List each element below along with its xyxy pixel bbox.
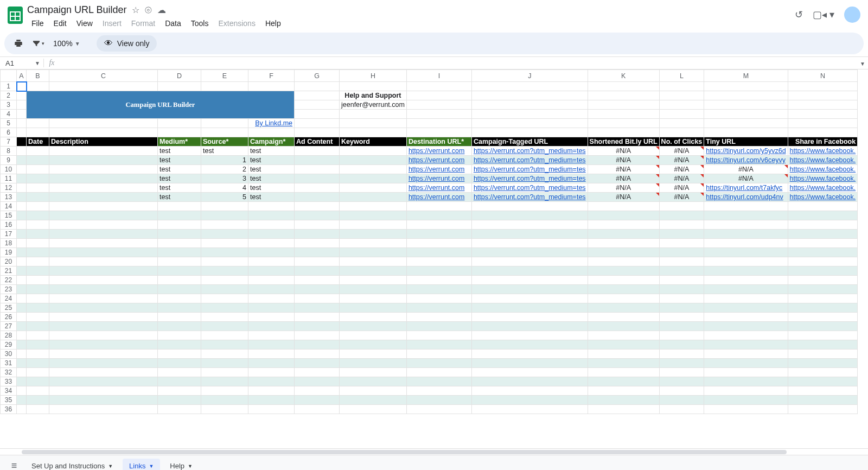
cell[interactable]: 4 (201, 183, 248, 193)
cell[interactable] (295, 276, 340, 285)
row-header-25[interactable]: 25 (1, 303, 17, 313)
cell[interactable] (471, 396, 588, 405)
cell[interactable] (17, 396, 27, 405)
cell[interactable] (588, 294, 659, 303)
cell-bitly[interactable]: #N/A (588, 193, 659, 202)
row-header-33[interactable]: 33 (1, 377, 17, 386)
cell[interactable] (788, 276, 858, 285)
cell-dest[interactable]: https://verrunt.com (406, 156, 471, 165)
cell[interactable] (588, 359, 659, 368)
cell[interactable] (704, 294, 788, 303)
cell[interactable] (17, 368, 27, 377)
cell[interactable] (295, 405, 340, 414)
cell[interactable] (340, 248, 407, 257)
cell[interactable] (17, 174, 27, 183)
cell[interactable] (248, 266, 295, 276)
cell[interactable] (49, 294, 158, 303)
cell[interactable] (704, 386, 788, 396)
cell[interactable] (49, 359, 158, 368)
row-header-8[interactable]: 8 (1, 147, 17, 156)
cell[interactable] (704, 248, 788, 257)
cell[interactable] (471, 377, 588, 386)
cell[interactable] (201, 248, 248, 257)
cell[interactable] (158, 405, 201, 414)
cell[interactable]: test (248, 156, 295, 165)
sheet-tab-links[interactable]: Links ▼ (123, 459, 160, 470)
cell[interactable] (49, 165, 158, 174)
cell[interactable] (659, 285, 704, 294)
cell[interactable] (788, 340, 858, 350)
menu-format[interactable]: Format (127, 18, 159, 29)
document-title[interactable]: Campaign URL Builder (27, 4, 126, 16)
col-header-H[interactable]: H (340, 70, 407, 82)
cell[interactable] (158, 377, 201, 386)
col-header-K[interactable]: K (588, 70, 659, 82)
cell[interactable] (49, 220, 158, 230)
menu-view[interactable]: View (72, 18, 97, 29)
col-header-A[interactable]: A (17, 70, 27, 82)
cell[interactable]: 1 (201, 156, 248, 165)
cell[interactable] (295, 202, 340, 211)
cell[interactable] (295, 322, 340, 331)
cell[interactable] (659, 266, 704, 276)
cell[interactable] (788, 230, 858, 239)
cell-bitly[interactable]: #N/A (588, 147, 659, 156)
sheets-app-icon[interactable] (4, 4, 26, 26)
cell[interactable] (406, 331, 471, 340)
cell[interactable] (158, 266, 201, 276)
cell[interactable] (17, 257, 27, 266)
cell[interactable] (17, 331, 27, 340)
cell[interactable]: test (248, 193, 295, 202)
sheet-tab-setup[interactable]: Set Up and Instructions ▼ (25, 459, 119, 470)
row-header-13[interactable]: 13 (1, 193, 17, 202)
cell[interactable] (659, 230, 704, 239)
cell[interactable] (704, 368, 788, 377)
cell[interactable] (17, 239, 27, 248)
cell[interactable] (588, 386, 659, 396)
cell[interactable] (406, 396, 471, 405)
cell[interactable] (248, 303, 295, 313)
cell[interactable] (201, 340, 248, 350)
cell-tagged[interactable]: https://verrunt.com?utm_medium=tes (471, 174, 588, 183)
cell[interactable] (201, 303, 248, 313)
cell-dest[interactable]: https://verrunt.com (406, 174, 471, 183)
row-header-10[interactable]: 10 (1, 165, 17, 174)
cell[interactable] (340, 156, 407, 165)
cell[interactable] (49, 377, 158, 386)
cell[interactable] (340, 266, 407, 276)
cell[interactable] (471, 303, 588, 313)
cell[interactable] (49, 147, 158, 156)
cell[interactable] (248, 331, 295, 340)
cell[interactable] (201, 396, 248, 405)
cell[interactable] (17, 193, 27, 202)
cell-tiny[interactable]: https://tinyurl.com/t7akfyc (704, 183, 788, 193)
menu-file[interactable]: File (27, 18, 48, 29)
cell[interactable] (158, 368, 201, 377)
cell[interactable] (17, 303, 27, 313)
cell-fb[interactable]: https://www.facebook. (788, 165, 858, 174)
cell[interactable] (406, 377, 471, 386)
cell[interactable] (788, 368, 858, 377)
cell[interactable] (659, 211, 704, 220)
cell[interactable] (471, 331, 588, 340)
cell[interactable] (295, 350, 340, 359)
cell[interactable] (17, 313, 27, 322)
cell[interactable] (17, 285, 27, 294)
cell[interactable] (27, 405, 49, 414)
cell[interactable] (406, 386, 471, 396)
cell[interactable]: test (158, 174, 201, 183)
cell[interactable] (27, 386, 49, 396)
cell[interactable]: test (248, 183, 295, 193)
cell[interactable]: 2 (201, 165, 248, 174)
cell[interactable] (340, 220, 407, 230)
cell[interactable] (248, 377, 295, 386)
cell[interactable] (201, 368, 248, 377)
cell[interactable] (704, 331, 788, 340)
cell[interactable] (295, 285, 340, 294)
cell[interactable] (340, 331, 407, 340)
history-icon[interactable]: ↺ (795, 9, 803, 21)
cell[interactable] (340, 230, 407, 239)
menu-data[interactable]: Data (161, 18, 186, 29)
row-header-9[interactable]: 9 (1, 156, 17, 165)
cell[interactable] (295, 266, 340, 276)
